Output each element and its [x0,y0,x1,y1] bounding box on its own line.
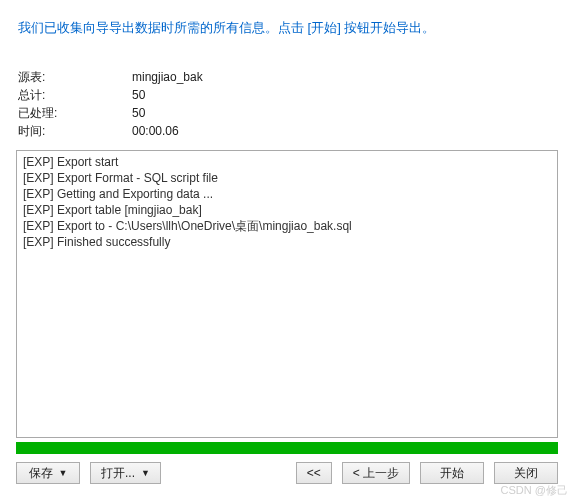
log-line: [EXP] Finished successfully [23,234,551,250]
close-button-label: 关闭 [514,465,538,482]
watermark: CSDN @修己 [501,483,568,498]
total-label: 总计: [18,86,132,104]
save-button[interactable]: 保存 ▼ [16,462,80,484]
processed-row: 已处理: 50 [18,104,556,122]
total-value: 50 [132,86,145,104]
total-row: 总计: 50 [18,86,556,104]
save-button-label: 保存 [29,465,53,482]
log-line: [EXP] Export table [mingjiao_bak] [23,202,551,218]
first-button-label: << [307,466,321,480]
close-button[interactable]: 关闭 [494,462,558,484]
first-button[interactable]: << [296,462,332,484]
time-row: 时间: 00:00.06 [18,122,556,140]
source-table-label: 源表: [18,68,132,86]
chevron-down-icon: ▼ [141,468,150,478]
time-value: 00:00.06 [132,122,179,140]
progress-bar [16,442,558,454]
log-line: [EXP] Export start [23,154,551,170]
time-label: 时间: [18,122,132,140]
start-button[interactable]: 开始 [420,462,484,484]
log-line: [EXP] Export to - C:\Users\llh\OneDrive\… [23,218,551,234]
log-line: [EXP] Getting and Exporting data ... [23,186,551,202]
source-table-row: 源表: mingjiao_bak [18,68,556,86]
start-button-label: 开始 [440,465,464,482]
summary-block: 源表: mingjiao_bak 总计: 50 已处理: 50 时间: 00:0… [0,44,574,146]
source-table-value: mingjiao_bak [132,68,203,86]
open-button-label: 打开... [101,465,135,482]
chevron-down-icon: ▼ [59,468,68,478]
processed-value: 50 [132,104,145,122]
log-line: [EXP] Export Format - SQL script file [23,170,551,186]
prev-button[interactable]: < 上一步 [342,462,410,484]
log-output[interactable]: [EXP] Export start [EXP] Export Format -… [16,150,558,438]
prev-button-label: < 上一步 [353,465,399,482]
processed-label: 已处理: [18,104,132,122]
header-message: 我们已收集向导导出数据时所需的所有信息。点击 [开始] 按钮开始导出。 [0,0,574,44]
button-row: 保存 ▼ 打开... ▼ << < 上一步 开始 关闭 [0,462,574,484]
open-button[interactable]: 打开... ▼ [90,462,161,484]
